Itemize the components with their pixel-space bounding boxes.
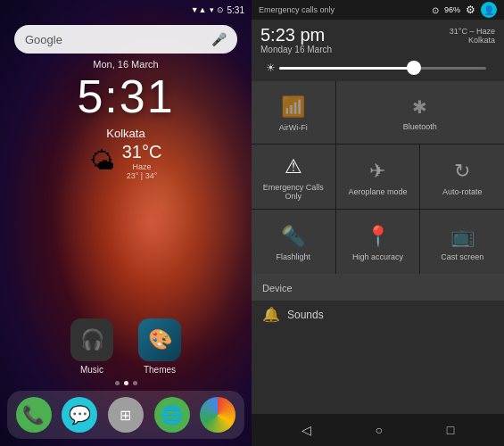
aeroplane-icon: ✈ [369,160,385,183]
airwifi-label: AirWi-Fi [279,123,308,132]
status-bar-right: Emergency calls only ⊙ 96% ⚙ 👤 [252,0,504,20]
avatar-icon[interactable]: 👤 [481,2,497,18]
status-icons: ▼▲ ▾ ⊙ [191,5,224,14]
left-phone: ▼▲ ▾ ⊙ 5:31 Google 🎤 Mon, 16 March 5:31 … [0,0,252,446]
battery-percent: 96% [444,5,460,14]
page-dots [0,381,252,385]
sounds-icon: 🔔 [262,306,280,323]
weather-sun-icon: 🌤 [90,146,115,176]
slider-fill [279,67,414,70]
brightness-row: ☀ [252,58,504,81]
flashlight-tile[interactable]: 🔦 Flashlight [252,210,335,274]
music-icon: 🎧 [70,318,113,361]
emergency-text: Emergency calls only [259,5,426,14]
clock-widget: Mon, 16 March 5:31 [0,59,252,123]
weather-row: 🌤 31°C Haze 23° | 34° [0,142,252,180]
cast-screen-label: Cast screen [441,252,483,261]
apps-dock-icon[interactable]: ⊞ [108,397,144,433]
sounds-row[interactable]: 🔔 Sounds [252,301,504,328]
sounds-label: Sounds [287,309,324,321]
brightness-slider[interactable] [279,67,486,70]
weather-temp: 31°C [122,142,162,161]
slider-thumb[interactable] [407,61,421,75]
status-time: 5:31 [227,5,244,15]
quick-settings-grid: 📶 AirWi-Fi ✱ Bluetooth ⚠ Emergency Calls… [252,81,504,274]
search-label: Google [25,33,211,46]
weather-range: 23° | 34° [122,171,162,180]
mic-icon[interactable]: 🎤 [211,32,227,46]
dot-3 [133,381,137,385]
settings-icon[interactable]: ⚙ [466,4,475,16]
flashlight-label: Flashlight [277,252,311,261]
themes-app-icon[interactable]: 🎨 Themes [138,318,181,375]
cast-screen-tile[interactable]: 📺 Cast screen [420,210,504,274]
airwifi-tile[interactable]: 📶 AirWi-Fi [252,81,335,144]
aeroplane-label: Aeroplane mode [348,187,407,196]
auto-rotate-label: Auto-rotate [442,187,483,196]
right-panel: Emergency calls only ⊙ 96% ⚙ 👤 5:23 pm M… [252,0,504,446]
alarm-icon: ⊙ [217,5,224,14]
music-app-icon[interactable]: 🎧 Music [70,318,113,375]
header-weather: 31°C – Haze [450,27,495,36]
clock-date: Mon, 16 March [0,59,252,70]
sms-dock-icon[interactable]: 💬 [62,397,97,433]
browser-dock-icon[interactable]: 🌐 [154,397,190,433]
app-dock: 📞 💬 ⊞ 🌐 [7,391,244,439]
aeroplane-tile[interactable]: ✈ Aeroplane mode [336,145,420,209]
weather-widget: Kolkata 🌤 31°C Haze 23° | 34° [0,127,252,180]
recent-button-right[interactable]: □ [447,423,454,437]
signal-icon: ▼▲ [191,5,207,14]
app-row: 🎧 Music 🎨 Themes [0,318,252,375]
emergency-label: Emergency Calls Only [255,183,332,201]
auto-rotate-icon: ↻ [454,160,470,183]
photos-dock-icon[interactable] [200,397,235,433]
dot-1 [115,381,120,385]
bluetooth-tile[interactable]: ✱ Bluetooth [336,81,504,144]
music-label: Music [80,365,103,375]
battery-icon: ⊙ [432,5,439,15]
notif-date: Monday 16 March [260,45,332,54]
airwifi-icon: 📶 [281,95,305,119]
themes-icon: 🎨 [138,318,181,361]
weather-desc: Haze [122,162,162,171]
high-accuracy-tile[interactable]: 📍 High accuracy [336,210,420,274]
wifi-status-icon: ▾ [210,5,214,14]
back-button-right[interactable]: ◁ [302,423,311,437]
bluetooth-label: Bluetooth [403,122,437,131]
emergency-icon: ⚠ [285,155,302,178]
device-section: Device [252,274,504,301]
cast-screen-icon: 📺 [450,225,475,248]
phone-dock-icon[interactable]: 📞 [16,397,52,433]
brightness-icon: ☀ [266,62,276,74]
device-label: Device [262,283,293,293]
notification-header: 5:23 pm Monday 16 March 31°C – Haze Kolk… [252,20,504,58]
header-location: Kolkata [450,36,495,45]
nav-bar-right: ◁ ○ □ [252,414,504,446]
bluetooth-icon: ✱ [412,96,427,118]
notif-time: 5:23 pm [260,25,332,45]
auto-rotate-tile[interactable]: ↻ Auto-rotate [420,145,504,209]
home-button-right[interactable]: ○ [376,423,383,437]
status-bar-left: ▼▲ ▾ ⊙ 5:31 [0,0,252,20]
dot-2 [124,381,128,385]
high-accuracy-icon: 📍 [366,225,390,248]
flashlight-icon: 🔦 [281,225,305,248]
clock-time: 5:31 [0,70,252,123]
emergency-tile[interactable]: ⚠ Emergency Calls Only [252,145,335,209]
themes-label: Themes [144,365,176,375]
weather-location: Kolkata [0,127,252,140]
high-accuracy-label: High accuracy [352,252,403,261]
google-search-bar[interactable]: Google 🎤 [14,25,237,54]
